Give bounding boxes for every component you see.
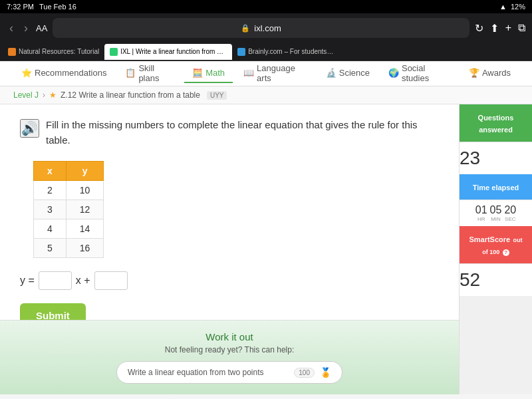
table-row: 516 [34, 239, 104, 258]
time-hr-value: 01 [475, 204, 487, 216]
language-arts-label: Language arts [257, 63, 307, 83]
smart-score-help-icon: ? [503, 249, 509, 256]
work-it-out-description: Not feeling ready yet? This can help: [11, 345, 448, 354]
work-it-out-title: Work it out [11, 331, 448, 342]
breadcrumb-lesson: Z.12 Write a linear function from a tabl… [61, 90, 200, 100]
tab-favicon-1 [8, 48, 16, 56]
nav-awards[interactable]: 🏆 Awards [461, 64, 519, 83]
equation-x-label: x + [76, 275, 90, 287]
science-icon: 🔬 [326, 68, 336, 78]
nav-recommendations[interactable]: ⭐ Recommendations [13, 64, 114, 83]
time-sec-value: 20 [504, 204, 516, 216]
table-cell-y: 12 [66, 200, 104, 219]
table-header-y: y [66, 162, 104, 181]
time-elapsed-header: Time elapsed [460, 174, 532, 200]
table-cell-y: 16 [66, 239, 104, 258]
smart-score-section: SmartScore out of 100 ? 52 [460, 226, 532, 296]
breadcrumb-sep: › [43, 90, 45, 100]
time-min-value: 05 [490, 204, 502, 216]
questions-answered-section: Questions answered 23 [460, 104, 532, 174]
language-arts-icon: 📖 [243, 68, 254, 78]
tab-ixl-linear[interactable]: IXL | Write a linear function from a tab… [104, 44, 232, 60]
help-badge: 100 [294, 368, 315, 378]
table-row: 414 [34, 219, 104, 239]
math-icon: 🧮 [192, 68, 203, 78]
equation-input-slope[interactable] [39, 271, 72, 290]
battery: 12% [511, 3, 525, 11]
social-studies-icon: 🌍 [388, 68, 399, 78]
time-sec-unit: 20 SEC [504, 204, 516, 222]
questions-answered-value: 23 [460, 142, 532, 174]
tab-label-1: Natural Resources: Tutorial [19, 48, 99, 55]
recommendations-icon: ⭐ [21, 68, 32, 78]
question-text: Fill in the missing numbers to complete … [46, 118, 439, 148]
help-link-input[interactable] [128, 368, 289, 377]
equation-input-intercept[interactable] [94, 271, 128, 290]
table-cell-y: 14 [66, 219, 104, 239]
questions-answered-header: Questions answered [460, 104, 532, 142]
time: 7:32 PM [7, 3, 34, 11]
tab-label-3: Brainly.com – For students. By students. [248, 48, 334, 55]
smart-score-label: SmartScore [469, 235, 510, 243]
lock-icon: 🔒 [241, 24, 250, 33]
table-cell-x: 3 [34, 200, 66, 219]
tab-brainly[interactable]: Brainly.com – For students. By students. [232, 44, 340, 60]
nav-science[interactable]: 🔬 Science [318, 64, 378, 83]
recommendations-label: Recommendations [35, 68, 106, 78]
nav-language-arts[interactable]: 📖 Language arts [235, 59, 315, 88]
smart-score-value: 52 [460, 264, 532, 296]
help-emoji: 🏅 [320, 367, 331, 378]
new-tab-button[interactable]: + [505, 22, 511, 35]
time-sec-label: SEC [504, 216, 516, 222]
skill-plans-label: Skill plans [138, 63, 174, 83]
tab-favicon-3 [237, 48, 245, 56]
time-elapsed-section: Time elapsed 01 HR 05 MIN 20 SEC [460, 174, 532, 226]
submit-button[interactable]: Submit [20, 303, 86, 320]
breadcrumb-level[interactable]: Level J [13, 90, 39, 100]
table-cell-y: 10 [66, 181, 104, 200]
work-it-out-section: Work it out Not feeling ready yet? This … [0, 320, 459, 394]
table-row: 312 [34, 200, 104, 219]
math-label: Math [205, 68, 225, 78]
time-hr-label: HR [475, 216, 487, 222]
awards-icon: 🏆 [469, 68, 479, 78]
table-cell-x: 2 [34, 181, 66, 200]
tab-favicon-2 [110, 48, 118, 56]
time-min-label: MIN [490, 216, 502, 222]
share-button[interactable]: ⬆ [490, 22, 499, 35]
forward-button[interactable]: › [21, 20, 31, 37]
question-header: 🔊 Fill in the missing numbers to complet… [20, 118, 439, 148]
reader-button[interactable]: AA [36, 23, 47, 33]
status-bar: 7:32 PM Tue Feb 16 ▲ 12% [0, 0, 532, 13]
time-hr-unit: 01 HR [475, 204, 487, 222]
wifi-icon: ▲ [499, 3, 507, 11]
breadcrumb: Level J › ★ Z.12 Write a linear function… [0, 86, 532, 104]
status-bar-left: 7:32 PM Tue Feb 16 [7, 3, 76, 11]
science-label: Science [339, 68, 370, 78]
nav-skill-plans[interactable]: 📋 Skill plans [117, 59, 182, 88]
content-and-bottom: 🔊 Fill in the missing numbers to complet… [0, 104, 459, 394]
help-input-container[interactable]: 100 🏅 [116, 361, 342, 384]
audio-button[interactable]: 🔊 [20, 119, 39, 138]
equation-prefix: y = [20, 275, 35, 287]
sidebar: Questions answered 23 Time elapsed 01 HR… [459, 104, 532, 394]
data-table: x y 210312414516 [33, 161, 104, 258]
social-studies-label: Social studies [402, 63, 450, 83]
breadcrumb-badge: UYY [207, 91, 227, 100]
tab-natural-resources[interactable]: Natural Resources: Tutorial [3, 44, 104, 60]
time-min-unit: 05 MIN [490, 204, 502, 222]
refresh-button[interactable]: ↻ [475, 22, 483, 35]
date: Tue Feb 16 [39, 3, 76, 11]
awards-label: Awards [482, 68, 511, 78]
table-row: 210 [34, 181, 104, 200]
tabs-button[interactable]: ⧉ [518, 22, 525, 35]
nav-social-studies[interactable]: 🌍 Social studies [380, 59, 458, 88]
nav-math[interactable]: 🧮 Math [184, 64, 233, 83]
content: 🔊 Fill in the missing numbers to complet… [0, 104, 459, 320]
table-header-x: x [34, 162, 66, 181]
tab-label-2: IXL | Write a linear function from a tab… [120, 48, 227, 55]
status-bar-right: ▲ 12% [499, 3, 525, 11]
back-button[interactable]: ‹ [7, 20, 16, 37]
browser-chrome: ‹ › AA 🔒 ixl.com ↻ ⬆ + ⧉ [0, 13, 532, 43]
address-bar[interactable]: 🔒 ixl.com [53, 18, 469, 38]
